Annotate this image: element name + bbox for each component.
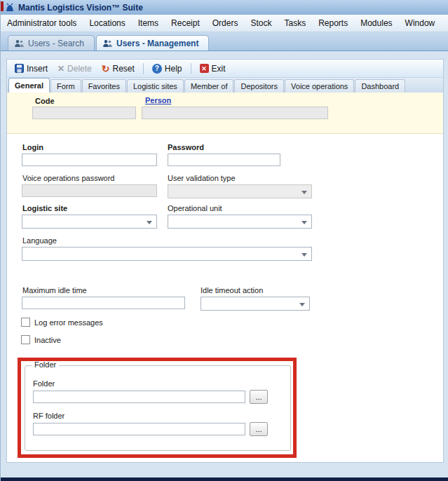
delete-button[interactable]: ✕ Delete [54,62,95,75]
exit-button[interactable]: ✕ Exit [196,62,229,75]
code-label: Code [35,97,55,105]
language-dropdown[interactable] [22,247,312,261]
inactive-checkbox[interactable] [21,335,30,344]
idle-timeout-label: Idle timeout action [201,286,263,294]
left-red-mark [1,1,4,11]
tab-label: Users - Search [28,39,84,48]
chevron-down-icon [147,221,152,224]
delete-label: Delete [67,64,92,74]
floppy-disk-icon [15,64,24,73]
tab-voice-operations[interactable]: Voice operations [285,79,354,93]
logistic-site-label: Logistic site [22,204,67,212]
menu-stock[interactable]: Stock [244,15,278,32]
reset-button[interactable]: ↻ Reset [98,62,138,75]
user-validation-label: User validation type [168,174,236,182]
insert-button[interactable]: Insert [11,62,51,75]
red-annotation-box [18,358,297,458]
tab-users-search[interactable]: Users - Search [8,35,95,50]
app-window: Mantis Logistics Vision™ Suite Administr… [0,0,448,481]
bottom-border [1,477,448,481]
logistic-site-dropdown[interactable] [22,215,157,229]
max-idle-input[interactable] [22,297,185,309]
menu-items[interactable]: Items [132,15,165,32]
document-tab-row: Users - Search Users - Management [1,32,448,51]
help-label: Help [165,64,182,74]
code-input[interactable] [32,107,136,119]
reset-label: Reset [113,64,135,74]
reset-arrows-icon: ↻ [102,65,110,73]
help-button[interactable]: ? Help [149,62,186,75]
form-tab-strip: General Form Favorites Logistic sites Me… [7,78,443,93]
menu-orders[interactable]: Orders [206,15,245,32]
users-icon [102,39,113,48]
person-link[interactable]: Person [145,96,171,104]
menu-tasks[interactable]: Tasks [278,15,312,32]
menu-receipt[interactable]: Receipt [165,15,206,32]
exit-label: Exit [212,64,226,74]
tab-depositors[interactable]: Depositors [234,79,284,93]
tab-general[interactable]: General [8,78,50,93]
menu-administrator-tools[interactable]: Administrator tools [1,15,83,32]
operational-unit-dropdown[interactable] [168,215,312,229]
toolbar: Insert ✕ Delete ↻ Reset ? Help ✕ Exit [7,60,443,78]
operational-unit-label: Operational unit [168,204,222,212]
tab-member-of[interactable]: Member of [184,79,234,93]
tab-form[interactable]: Form [50,79,81,93]
log-error-messages-checkbox[interactable] [21,318,30,327]
chevron-down-icon [301,221,307,224]
menu-window[interactable]: Window [399,15,442,32]
voice-password-input[interactable] [22,184,157,197]
tab-label: Users - Management [116,39,198,48]
toolbar-separator [143,63,144,74]
password-label: Password [168,143,204,151]
menu-modules[interactable]: Modules [354,15,398,32]
chevron-down-icon [301,191,307,194]
menu-bar: Administrator tools Locations Items Rece… [1,15,448,32]
chevron-down-icon [301,253,307,257]
tab-logistic-sites[interactable]: Logistic sites [127,79,184,93]
window-title: Mantis Logistics Vision™ Suite [18,3,143,13]
log-error-messages-label: Log error messages [34,318,103,327]
idle-timeout-dropdown[interactable] [201,297,310,311]
max-idle-label: Maximum idle time [22,286,87,294]
chevron-down-icon [299,303,305,306]
tab-favorites[interactable]: Favorites [82,79,126,93]
menu-locations[interactable]: Locations [83,15,131,32]
user-validation-dropdown[interactable] [168,184,312,198]
users-icon [14,39,25,48]
login-label: Login [22,143,43,151]
toolbar-separator [191,63,191,74]
person-input[interactable] [142,107,328,119]
password-input[interactable] [168,154,280,166]
title-bar: Mantis Logistics Vision™ Suite [1,0,448,15]
exit-x-icon: ✕ [200,64,209,73]
tab-dashboard[interactable]: Dashboard [355,79,405,93]
app-icon [5,3,15,13]
tab-users-management[interactable]: Users - Management [96,35,209,50]
insert-label: Insert [27,64,48,74]
help-question-icon: ? [152,64,162,74]
login-input[interactable] [22,154,157,166]
delete-x-icon: ✕ [57,64,65,74]
voice-password-label: Voice operations password [22,174,114,182]
inactive-label: Inactive [34,336,61,344]
menu-reports[interactable]: Reports [312,15,354,32]
language-label: Language [22,236,57,245]
management-panel: Insert ✕ Delete ↻ Reset ? Help ✕ Exit [6,59,444,463]
